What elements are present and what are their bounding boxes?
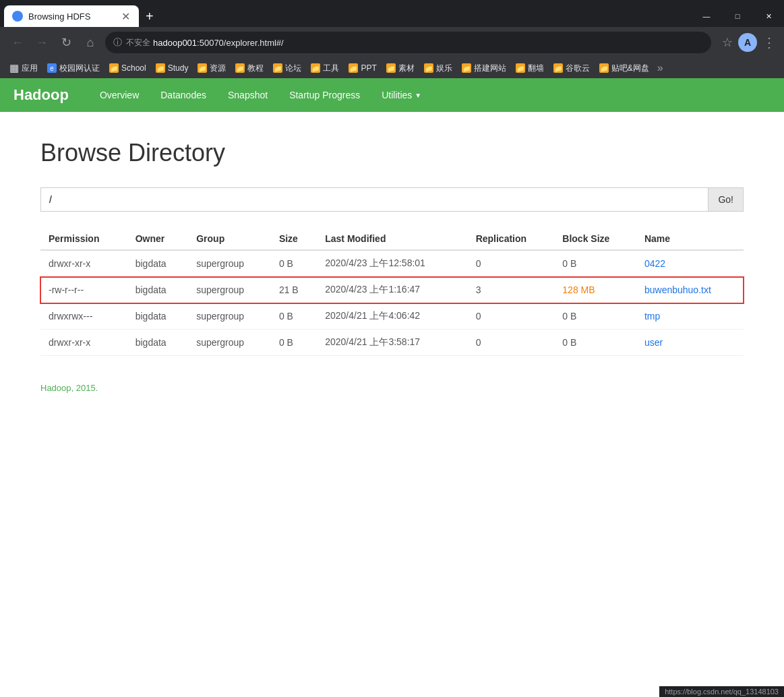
browser-toolbar: ← → ↻ ⌂ ⓘ 不安全 hadoop001:50070/explorer.h… [0,27,784,58]
chrome-menu-button[interactable]: ⋮ [762,34,776,51]
bookmark-label: School [121,63,146,73]
file-link-user[interactable]: user [644,337,663,348]
bookmark-tools[interactable]: 📁 工具 [307,61,343,75]
cell-owner: bigdata [127,303,188,330]
table-row: -rw-r--r--bigdatasupergroup21 B2020/4/23… [40,277,744,303]
new-tab-button[interactable]: + [139,9,160,24]
bookmark-label: 工具 [323,63,339,74]
tab-close-button[interactable]: ✕ [120,11,131,22]
maximize-button[interactable]: □ [722,3,753,30]
utilities-dropdown-arrow: ▼ [415,92,421,99]
cell-name: 0422 [636,250,744,277]
cell-owner: bigdata [127,250,188,277]
bookmark-study[interactable]: 📁 Study [152,62,193,74]
file-table: Permission Owner Group Size Last Modifie… [40,228,744,356]
file-link-buwenbuhuo.txt[interactable]: buwenbuhuo.txt [644,284,711,295]
folder-icon: 📁 [386,63,396,73]
profile-button[interactable]: A [738,33,757,52]
folder-icon: 📁 [198,63,207,73]
bookmark-entertainment[interactable]: 📁 娱乐 [420,61,456,75]
bookmark-website-building[interactable]: 📁 搭建网站 [458,61,510,75]
forward-button[interactable]: → [32,33,51,52]
cell-block-size: 0 B [554,303,636,330]
file-link-0422[interactable]: 0422 [644,258,665,269]
network-auth-icon: e [47,63,57,73]
bookmark-star-icon[interactable]: ☆ [722,35,733,50]
address-bar[interactable]: ⓘ 不安全 hadoop001:50070/explorer.html#/ [105,32,711,53]
directory-input[interactable] [40,187,708,212]
folder-icon: 📁 [235,63,245,73]
folder-icon: 📁 [462,63,471,73]
folder-icon: 📁 [599,63,609,73]
refresh-button[interactable]: ↻ [57,33,76,52]
cell-replication: 3 [468,277,555,303]
cell-replication: 0 [468,250,555,277]
folder-icon: 📁 [156,63,165,73]
bookmark-ppt[interactable]: 📁 PPT [344,62,380,74]
nav-overview[interactable]: Overview [89,78,150,112]
hadoop-navbar: Hadoop Overview Datanodes Snapshot Start… [0,78,784,112]
bookmark-label: 娱乐 [436,63,452,74]
col-header-group: Group [188,228,271,250]
col-header-replication: Replication [468,228,555,250]
table-row: drwxr-xr-xbigdatasupergroup0 B2020/4/21 … [40,330,744,356]
bookmark-label: PPT [361,63,376,73]
cell-owner: bigdata [127,277,188,303]
cell-last-modified: 2020/4/23 上午1:16:47 [317,277,467,303]
nav-datanodes[interactable]: Datanodes [150,78,217,112]
cell-last-modified: 2020/4/23 上午12:58:01 [317,250,467,277]
cell-block-size: 128 MB [554,277,636,303]
close-button[interactable]: ✕ [753,3,784,30]
cell-group: supergroup [188,303,271,330]
bookmark-label: 应用 [22,63,38,74]
bookmark-tutorial[interactable]: 📁 教程 [231,61,268,75]
col-header-owner: Owner [127,228,188,250]
bookmark-tieba-pan[interactable]: 📁 贴吧&网盘 [595,61,653,75]
folder-icon: 📁 [273,63,282,73]
url-text: hadoop001:50070/explorer.html#/ [153,38,284,48]
directory-input-row: Go! [40,187,744,212]
back-button[interactable]: ← [8,33,27,52]
minimize-button[interactable]: — [691,3,722,30]
bookmark-forum[interactable]: 📁 论坛 [269,61,305,75]
nav-utilities[interactable]: Utilities ▼ [371,78,432,112]
bookmark-school[interactable]: 📁 School [105,62,150,74]
folder-icon: 📁 [109,63,119,73]
bookmark-label: 资源 [210,63,226,74]
nav-snapshot[interactable]: Snapshot [217,78,278,112]
bookmark-label: 论坛 [285,63,301,74]
bookmark-label: 校园网认证 [59,63,100,74]
bookmark-vpn[interactable]: 📁 翻墙 [512,61,548,75]
col-header-permission: Permission [40,228,127,250]
bookmark-apps[interactable]: ▦ 应用 [5,61,42,75]
go-button[interactable]: Go! [708,187,744,212]
bookmark-google-cloud[interactable]: 📁 谷歌云 [549,61,594,75]
nav-startup-progress[interactable]: Startup Progress [278,78,371,112]
folder-icon: 📁 [553,63,563,73]
cell-permission: drwxr-xr-x [40,330,127,356]
folder-icon: 📁 [516,63,525,73]
bookmark-materials[interactable]: 📁 素材 [382,61,419,75]
cell-size: 21 B [271,277,317,303]
cell-replication: 0 [468,330,555,356]
table-row: drwxrwx---bigdatasupergroup0 B2020/4/21 … [40,303,744,330]
bookmarks-more-button[interactable]: » [657,62,663,74]
cell-name: user [636,330,744,356]
cell-replication: 0 [468,303,555,330]
bookmark-resources[interactable]: 📁 资源 [193,61,230,75]
bookmark-network-auth[interactable]: e 校园网认证 [43,61,104,75]
bookmark-label: 素材 [398,63,415,74]
col-header-block-size: Block Size [554,228,636,250]
file-link-tmp[interactable]: tmp [644,311,660,322]
tab-favicon [12,11,23,22]
bookmark-label: 谷歌云 [566,63,590,74]
home-button[interactable]: ⌂ [81,33,100,52]
bookmark-label: 翻墙 [528,63,544,74]
folder-icon: 📁 [311,63,320,73]
cell-block-size: 0 B [554,250,636,277]
window-controls: — □ ✕ [691,3,784,30]
bookmark-label: 教程 [247,63,264,74]
col-header-size: Size [271,228,317,250]
browser-tab[interactable]: Browsing HDFS ✕ [4,5,139,27]
cell-group: supergroup [188,277,271,303]
